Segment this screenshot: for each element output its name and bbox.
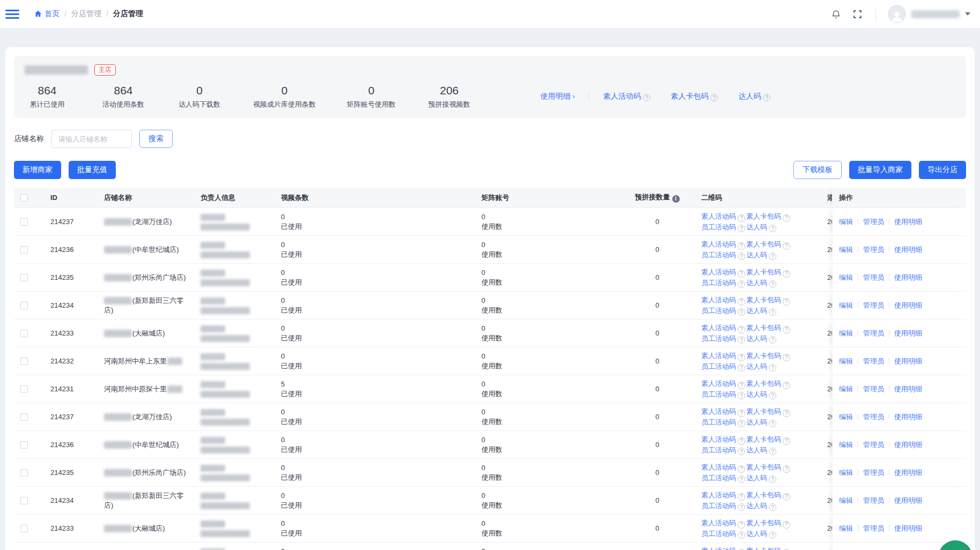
search-button[interactable]: 搜索	[139, 130, 173, 148]
notification-bell-icon[interactable]	[829, 8, 842, 20]
row-checkbox[interactable]	[20, 413, 28, 421]
qr-code-link[interactable]: 达人码	[746, 390, 767, 398]
op-link[interactable]: 使用明细	[894, 301, 922, 309]
op-link[interactable]: 使用明细	[894, 246, 922, 254]
help-icon[interactable]: ?	[738, 364, 745, 371]
qr-code-link[interactable]: 素人卡包码	[746, 380, 781, 388]
qr-code-link[interactable]: 素人活动码	[701, 212, 736, 220]
op-link[interactable]: 使用明细	[894, 385, 922, 393]
help-icon[interactable]: ?	[738, 252, 745, 260]
help-icon[interactable]: ?	[738, 410, 745, 417]
help-icon[interactable]: ?	[769, 531, 776, 539]
help-icon[interactable]: ?	[783, 354, 790, 361]
help-icon[interactable]: ?	[783, 270, 790, 278]
qr-code-link[interactable]: 达人码	[746, 223, 767, 231]
help-icon[interactable]: ?	[738, 242, 745, 250]
qr-code-link[interactable]: 素人活动码	[701, 547, 736, 550]
row-checkbox[interactable]	[20, 218, 28, 226]
help-icon[interactable]: ?	[783, 242, 790, 250]
op-link[interactable]: 管理员	[863, 218, 884, 226]
action-button[interactable]: 新增商家	[14, 161, 61, 179]
op-link[interactable]: 管理员	[863, 273, 884, 281]
qr-code-link[interactable]: 员工活动码	[701, 474, 736, 482]
op-link[interactable]: 管理员	[863, 496, 884, 504]
help-icon[interactable]: ?	[769, 364, 776, 371]
qr-code-link[interactable]: 素人活动码	[701, 407, 736, 415]
breadcrumb-home[interactable]: 首页	[34, 9, 60, 19]
code-link[interactable]: 达人码?	[738, 92, 770, 102]
qr-code-link[interactable]: 素人活动码	[701, 491, 736, 499]
op-link[interactable]: 管理员	[863, 357, 884, 365]
help-icon[interactable]: ?	[769, 392, 776, 399]
help-icon[interactable]: ?	[738, 475, 745, 483]
help-icon[interactable]: ?	[769, 308, 776, 316]
qr-code-link[interactable]: 素人活动码	[701, 352, 736, 360]
op-link[interactable]: 使用明细	[894, 469, 922, 477]
op-link[interactable]: 管理员	[863, 329, 884, 337]
op-link[interactable]: 使用明细	[894, 218, 922, 226]
help-icon[interactable]: ?	[769, 280, 776, 288]
help-icon[interactable]: ?	[738, 437, 745, 445]
row-checkbox[interactable]	[20, 385, 28, 393]
qr-code-link[interactable]: 员工活动码	[701, 307, 736, 315]
op-link[interactable]: 使用明细	[894, 329, 922, 337]
user-menu[interactable]	[888, 5, 970, 23]
fullscreen-icon[interactable]	[851, 8, 864, 20]
help-icon[interactable]: ?	[738, 493, 745, 501]
help-icon[interactable]: ?	[783, 326, 790, 333]
qr-code-link[interactable]: 员工活动码	[701, 530, 736, 538]
qr-code-link[interactable]: 员工活动码	[701, 390, 736, 398]
qr-code-link[interactable]: 员工活动码	[701, 223, 736, 231]
row-checkbox[interactable]	[20, 525, 28, 532]
op-link[interactable]: 使用明细	[894, 441, 922, 449]
action-button[interactable]: 批量充值	[69, 161, 116, 179]
help-icon[interactable]: ?	[738, 354, 745, 361]
qr-code-link[interactable]: 达人码	[746, 502, 767, 510]
row-checkbox[interactable]	[20, 441, 28, 449]
help-icon[interactable]: ?	[738, 214, 745, 222]
op-link[interactable]: 使用明细	[894, 357, 922, 365]
op-link[interactable]: 使用明细	[894, 273, 922, 281]
info-icon[interactable]: i	[672, 195, 680, 203]
qr-code-link[interactable]: 素人卡包码	[746, 435, 781, 443]
op-link[interactable]: 编辑	[839, 357, 853, 365]
qr-code-link[interactable]: 员工活动码	[701, 446, 736, 454]
help-icon[interactable]: ?	[769, 503, 776, 511]
row-checkbox[interactable]	[20, 497, 28, 504]
help-icon[interactable]: ?	[738, 280, 745, 288]
action-button[interactable]: 导出分店	[919, 161, 966, 179]
qr-code-link[interactable]: 素人活动码	[701, 240, 736, 248]
help-icon[interactable]: ?	[710, 94, 718, 101]
op-link[interactable]: 管理员	[863, 441, 884, 449]
qr-code-link[interactable]: 达人码	[746, 335, 767, 343]
qr-code-link[interactable]: 素人活动码	[701, 463, 736, 471]
qr-code-link[interactable]: 达人码	[746, 307, 767, 315]
qr-code-link[interactable]: 员工活动码	[701, 502, 736, 510]
qr-code-link[interactable]: 素人卡包码	[746, 519, 781, 527]
op-link[interactable]: 编辑	[839, 329, 853, 337]
qr-code-link[interactable]: 素人卡包码	[746, 296, 781, 304]
op-link[interactable]: 使用明细	[894, 524, 922, 532]
help-icon[interactable]: ?	[783, 521, 790, 529]
help-icon[interactable]: ?	[738, 382, 745, 389]
help-icon[interactable]: ?	[783, 493, 790, 501]
qr-code-link[interactable]: 素人卡包码	[746, 463, 781, 471]
qr-code-link[interactable]: 员工活动码	[701, 362, 736, 370]
action-button[interactable]: 下载模板	[793, 161, 842, 179]
help-icon[interactable]: ?	[738, 336, 745, 344]
qr-code-link[interactable]: 素人活动码	[701, 268, 736, 276]
help-icon[interactable]: ?	[738, 298, 745, 306]
op-link[interactable]: 使用明细	[894, 413, 922, 421]
row-checkbox[interactable]	[20, 302, 28, 309]
op-link[interactable]: 管理员	[863, 246, 884, 254]
help-icon[interactable]: ?	[763, 94, 770, 101]
help-icon[interactable]: ?	[738, 326, 745, 333]
help-icon[interactable]: ?	[738, 521, 745, 529]
qr-code-link[interactable]: 素人卡包码	[746, 491, 781, 499]
help-icon[interactable]: ?	[769, 252, 776, 260]
op-link[interactable]: 编辑	[839, 469, 853, 477]
help-icon[interactable]: ?	[783, 437, 790, 445]
help-icon[interactable]: ?	[783, 298, 790, 306]
qr-code-link[interactable]: 素人卡包码	[746, 240, 781, 248]
qr-code-link[interactable]: 素人活动码	[701, 324, 736, 332]
